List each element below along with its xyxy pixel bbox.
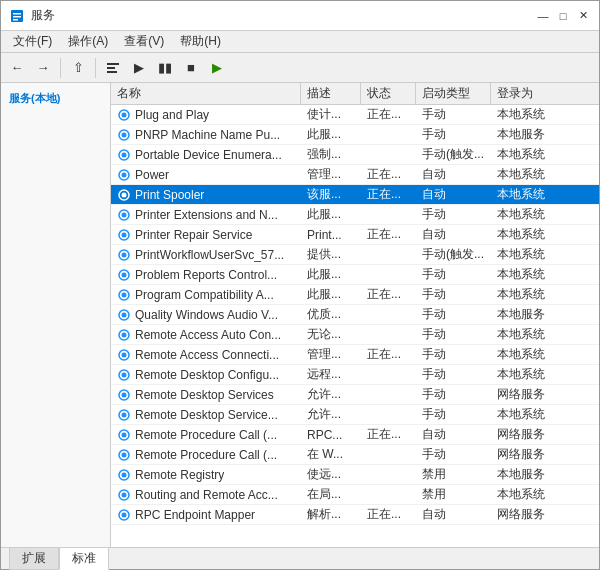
cell-login-12: 本地系统 [491, 345, 571, 364]
play-button[interactable]: ▶ [127, 56, 151, 80]
service-name: Plug and Play [135, 108, 209, 122]
service-name: Remote Registry [135, 468, 224, 482]
table-row[interactable]: Remote Access Auto Con...无论...手动本地系统 [111, 325, 599, 345]
cell-name-14: Remote Desktop Services [111, 387, 301, 403]
service-name: Remote Desktop Configu... [135, 368, 279, 382]
table-row[interactable]: Printer Repair ServicePrint...正在...自动本地系… [111, 225, 599, 245]
table-row[interactable]: Problem Reports Control...此服...手动本地系统 [111, 265, 599, 285]
cell-startup-1: 手动 [416, 125, 491, 144]
table-row[interactable]: Remote Procedure Call (...在 W...手动网络服务 [111, 445, 599, 465]
minimize-button[interactable]: — [535, 8, 551, 24]
table-row[interactable]: Plug and Play使计...正在...手动本地系统 [111, 105, 599, 125]
svg-rect-4 [107, 63, 119, 65]
table-row[interactable]: PNRP Machine Name Pu...此服...手动本地服务 [111, 125, 599, 145]
cell-login-16: 网络服务 [491, 425, 571, 444]
cell-name-12: Remote Access Connecti... [111, 347, 301, 363]
cell-status-20: 正在... [361, 505, 416, 524]
menu-item-h[interactable]: 帮助(H) [172, 31, 229, 52]
svg-point-14 [122, 172, 127, 177]
pause-button[interactable]: ▮▮ [153, 56, 177, 80]
service-icon [117, 508, 131, 522]
svg-point-46 [122, 492, 127, 497]
main-window: 服务 — □ ✕ 文件(F)操作(A)查看(V)帮助(H) ← → ⇧ ▶ ▮▮… [0, 0, 600, 570]
cell-status-14 [361, 394, 416, 396]
service-icon [117, 388, 131, 402]
table-row[interactable]: Program Compatibility A...此服...正在...手动本地… [111, 285, 599, 305]
col-header-status[interactable]: 状态 [361, 83, 416, 104]
menu-item-f[interactable]: 文件(F) [5, 31, 60, 52]
service-icon [117, 468, 131, 482]
table-row[interactable]: Remote Access Connecti...管理...正在...手动本地系… [111, 345, 599, 365]
tab-expand[interactable]: 扩展 [9, 547, 59, 570]
cell-desc-13: 远程... [301, 365, 361, 384]
forward-button[interactable]: → [31, 56, 55, 80]
cell-name-0: Plug and Play [111, 107, 301, 123]
cell-startup-9: 手动 [416, 285, 491, 304]
show-hide-button[interactable] [101, 56, 125, 80]
cell-login-10: 本地服务 [491, 305, 571, 324]
cell-name-9: Program Compatibility A... [111, 287, 301, 303]
cell-desc-6: Print... [301, 227, 361, 243]
cell-status-6: 正在... [361, 225, 416, 244]
cell-startup-19: 禁用 [416, 485, 491, 504]
table-row[interactable]: RPC Endpoint Mapper解析...正在...自动网络服务 [111, 505, 599, 525]
table-row[interactable]: Remote Desktop Configu...远程...手动本地系统 [111, 365, 599, 385]
svg-point-18 [122, 212, 127, 217]
svg-point-36 [122, 392, 127, 397]
service-name: PNRP Machine Name Pu... [135, 128, 280, 142]
cell-login-8: 本地系统 [491, 265, 571, 284]
cell-startup-11: 手动 [416, 325, 491, 344]
cell-desc-11: 无论... [301, 325, 361, 344]
table-row[interactable]: Print Spooler该服...正在...自动本地系统 [111, 185, 599, 205]
sidebar-title: 服务(本地) [9, 91, 102, 106]
stop-button[interactable]: ■ [179, 56, 203, 80]
table-row[interactable]: PrintWorkflowUserSvc_57...提供...手动(触发...本… [111, 245, 599, 265]
svg-point-24 [122, 272, 127, 277]
service-name: Remote Desktop Service... [135, 408, 278, 422]
tab-standard[interactable]: 标准 [59, 547, 109, 570]
cell-name-16: Remote Procedure Call (... [111, 427, 301, 443]
service-icon [117, 348, 131, 362]
table-row[interactable]: Remote Desktop Service...允许...手动本地系统 [111, 405, 599, 425]
table-row[interactable]: Routing and Remote Acc...在局...禁用本地系统 [111, 485, 599, 505]
refresh-button[interactable]: ▶ [205, 56, 229, 80]
menu-item-a[interactable]: 操作(A) [60, 31, 116, 52]
toolbar-separator-1 [60, 58, 61, 78]
svg-point-20 [122, 232, 127, 237]
cell-desc-10: 优质... [301, 305, 361, 324]
table-row[interactable]: Remote Desktop Services允许...手动网络服务 [111, 385, 599, 405]
svg-rect-1 [13, 13, 21, 15]
col-header-login[interactable]: 登录为 [491, 83, 571, 104]
cell-startup-3: 自动 [416, 165, 491, 184]
table-row[interactable]: Portable Device Enumera...强制...手动(触发...本… [111, 145, 599, 165]
cell-startup-6: 自动 [416, 225, 491, 244]
title-bar-left: 服务 [9, 7, 55, 24]
cell-login-17: 网络服务 [491, 445, 571, 464]
svg-point-26 [122, 292, 127, 297]
col-header-name[interactable]: 名称 [111, 83, 301, 104]
service-icon [117, 308, 131, 322]
cell-name-5: Printer Extensions and N... [111, 207, 301, 223]
table-row[interactable]: Printer Extensions and N...此服...手动本地系统 [111, 205, 599, 225]
col-header-startup[interactable]: 启动类型 [416, 83, 491, 104]
back-button[interactable]: ← [5, 56, 29, 80]
cell-login-3: 本地系统 [491, 165, 571, 184]
table-row[interactable]: Remote Registry使远...禁用本地服务 [111, 465, 599, 485]
cell-status-12: 正在... [361, 345, 416, 364]
table-row[interactable]: Quality Windows Audio V...优质...手动本地服务 [111, 305, 599, 325]
service-name: Remote Access Connecti... [135, 348, 279, 362]
col-header-desc[interactable]: 描述 [301, 83, 361, 104]
cell-startup-15: 手动 [416, 405, 491, 424]
menu-item-v[interactable]: 查看(V) [116, 31, 172, 52]
show-icon [106, 61, 120, 75]
maximize-button[interactable]: □ [555, 8, 571, 24]
cell-login-0: 本地系统 [491, 105, 571, 124]
up-button[interactable]: ⇧ [66, 56, 90, 80]
table-row[interactable]: Power管理...正在...自动本地系统 [111, 165, 599, 185]
table-row[interactable]: Remote Procedure Call (...RPC...正在...自动网… [111, 425, 599, 445]
close-button[interactable]: ✕ [575, 8, 591, 24]
cell-status-2 [361, 154, 416, 156]
cell-login-15: 本地系统 [491, 405, 571, 424]
cell-name-3: Power [111, 167, 301, 183]
cell-desc-2: 强制... [301, 145, 361, 164]
